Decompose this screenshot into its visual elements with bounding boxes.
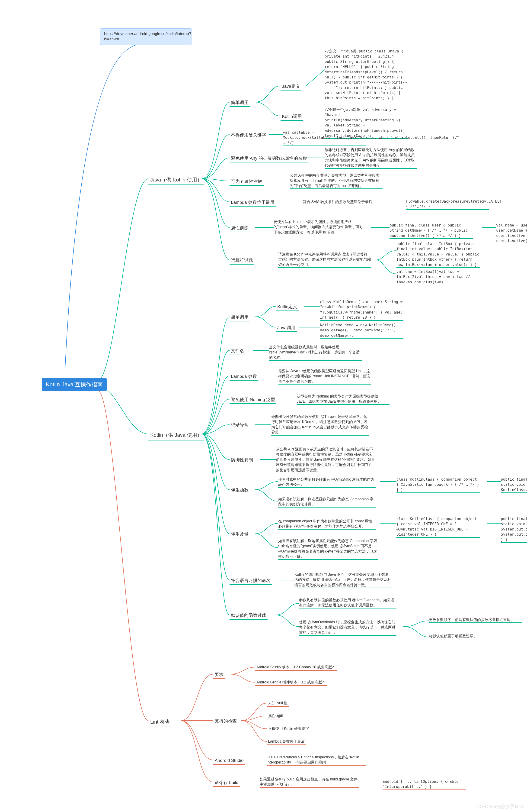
java-prop-prefix-code1: public final class User { public String … xyxy=(390,223,473,239)
branch-lint: Lint 检查 xyxy=(148,717,172,727)
lint-req: 要求 xyxy=(213,671,225,679)
java-null-anno: 可为 null 性注解 xyxy=(229,178,264,186)
mindmap-canvas: .l{fill:none;stroke-width:2} xyxy=(0,0,527,812)
java-avoid-any: 避免使用 Any 的扩展函数或属性的名称 xyxy=(229,155,308,162)
kotlin-companion-fn-desc1: 伴生对象中的公共函数必须带有 @JvmStatic 注解才能作为静态方法公开。 xyxy=(278,477,376,488)
java-def-label: Java定义 xyxy=(281,83,301,90)
kotlin-default-overload-o1: 更改参数顺序，使具有默认值的参数尽量接近末尾。 xyxy=(429,617,522,623)
watermark: CSDN @饭包子Ray xyxy=(477,803,524,810)
kotlin-naming: 符合语言习惯的命名 xyxy=(229,577,272,585)
java-lambda-last: Lambda 参数位于最后 xyxy=(229,199,276,206)
kotlin-def-copy: 防御性复制 xyxy=(229,456,254,464)
kotlin-naming-desc: Kotlin 的调用规范与 Java 不同，这可能会改变您为函数命名的方式。请使… xyxy=(295,572,392,588)
kotlin-exception: 记录异常 xyxy=(229,422,250,429)
kotlin-nothing: 避免使用 Nothing 泛型 xyxy=(229,396,276,404)
lint-check-a: 未知 Null 性 xyxy=(267,700,289,707)
java-call-code: KotlinDemo demo = new KotlinDemo(); demo… xyxy=(320,322,403,338)
branch-java: Java（供 Kotlin 使用） xyxy=(148,175,204,185)
kotlin-def-label: Kotlin定义 xyxy=(276,303,299,311)
lint-android-studio-desc: File > Preferences > Editor > Inspection… xyxy=(267,755,366,766)
lint-check-b: 属性访问 xyxy=(267,713,284,720)
java-op-overload-code2: val one = IntBox(1)val two = IntBox(2)va… xyxy=(396,269,480,285)
lint-cmd-desc: 如果通过命令行 build 启用这些检查，请在 build.gradle 文件中… xyxy=(260,777,359,788)
kotlin-companion-const: 伴生常量 xyxy=(229,531,250,538)
kotlin-lambda: Lambda 参数 xyxy=(229,373,258,381)
kotlin-def-copy-desc: 从公共 API 返回共享或无主的只读集合时，应将其封装在不可修改的容器中或执行防… xyxy=(276,447,376,473)
java-simple-call: 简单调用 xyxy=(229,99,250,107)
kotlin-companion-const-code2: public final class JavaClass { public st… xyxy=(501,516,527,543)
java-op-overload-desc: 请注意在 Kotlin 中允许使用特殊调用点语法（即运算符过载）的方法名称。确保… xyxy=(278,252,371,268)
lint-check-c: 不得使用 Kotlin 硬关键字 xyxy=(267,726,311,732)
connector-lines: .l{fill:none;stroke-width:2} xyxy=(0,0,527,812)
java-prop-prefix-code2: val name = user.name // Invokes user.get… xyxy=(496,223,527,244)
java-avoid-any-desc: 除非绝对必要，否则应避免对方法使用 Any 的扩展函数的名称或对字段使用 Any… xyxy=(325,147,417,169)
kotlin-exception-desc: 会抛出受检异常的函数应使用 @Throws 记录这些异常。运行时异常应记录在 K… xyxy=(271,414,368,436)
kotlin-companion-const-code1: class KotlinClass { companion object { c… xyxy=(396,516,480,538)
java-prop-prefix-desc: 要使方法在 Kotlin 中表示为属性，必须使用严格的"bean"样式的前缀。访… xyxy=(274,219,366,235)
java-call-label: Java调用 xyxy=(276,324,297,332)
kotlin-companion-fn-code2: public final class JavaClass { public st… xyxy=(501,477,527,493)
java-null-anno-desc: 公共 API 中的每个非基元参数类型、返回类型和字段类型都应具有可为 null … xyxy=(290,173,382,189)
kotlin-companion-const-desc1: 在 companion object 中作为有效常量的公开非 const 属性必… xyxy=(278,519,376,530)
lint-cmd: 命令行 build xyxy=(213,779,240,787)
lint-cmd-code: android { ... lintOptions { enable 'Inte… xyxy=(382,779,466,790)
java-hard-keyword: 不得使用硬关键字 xyxy=(229,132,268,139)
lint-check-d: Lambda 参数位于最后 xyxy=(267,738,306,745)
kotlin-companion-fn-code1: class KotlinClass { companion object { @… xyxy=(396,477,480,493)
java-hard-keyword-code: val callable = Mockito.mock(Callable::cl… xyxy=(283,130,366,146)
kotlin-companion-fn: 伴生函数 xyxy=(229,487,250,494)
kotlin-call-label: Kotlin调用 xyxy=(281,113,303,121)
lint-checks: 支持的检查 xyxy=(213,717,238,725)
java-op-overload-code1: public final class IntBox { private fina… xyxy=(396,241,480,268)
kotlin-def-code: class KotlinDemo { var name: String = "n… xyxy=(320,299,403,321)
java-def-code: //定义一个java类 public class Jhava { private… xyxy=(325,49,408,101)
java-op-overload: 运算符过载 xyxy=(229,257,254,264)
kotlin-simple: 简单调用 xyxy=(229,314,250,321)
lint-req-a: Android Studio 版本：3.2 Canary 10 或更高版本 xyxy=(255,664,337,671)
kotlin-default-overload: 默认值的函数过载 xyxy=(229,612,268,620)
root-title: Kotlin-Java 互操作指南 xyxy=(42,378,107,391)
branch-kotlin: Kotlin（供 Java 使用） xyxy=(148,431,204,440)
java-lambda-last-code: Flowable.create(BackpressureStrategy.LAT… xyxy=(406,199,489,210)
java-lambda-last-desc: 符合 SAM 转换条件的参数类型应位于最后 xyxy=(301,199,374,205)
kotlin-file-name: 文件名 xyxy=(229,347,245,355)
source-link-box[interactable]: https://developer.android.google.cn/kotl… xyxy=(100,28,192,45)
kotlin-default-overload-desc2: 使用 @JvmOverloads 时，应检查生成的方法，以确保它们每个都有意义。… xyxy=(299,620,396,636)
kotlin-nothing-desc: 泛型参数为 Nothing 的类型会作为原始类型提供给 Java。原始类型在 J… xyxy=(297,394,390,405)
lint-req-b: Android Gradle 插件版本：3.2 或更高版本 xyxy=(255,679,327,686)
kotlin-default-overload-desc1: 参数具有默认值的函数必须使用 @JvmOverloads。如果没有此注解，则无法… xyxy=(299,598,396,608)
kotlin-default-overload-o2: 将默认值移至手动函数过载。 xyxy=(429,634,522,639)
kotlin-lambda-desc: 需要从 Java 中使用的函数类型应避免返回类型 Unit，这样做要求指定明确的… xyxy=(278,368,371,385)
kotlin-companion-const-desc2: 如果没有该注解，则这些属性只能作为静态 Companion 字段中命名奇怪的"g… xyxy=(278,538,378,560)
kotlin-companion-fn-desc2: 如果没有该注解，则这些函数只能作为静态 Companion 字段中的实例方法使用… xyxy=(278,497,376,508)
kotlin-file-name-desc: 当文件包含顶级函数或属性时，应始终使用 @file:JvmName("Foo")… xyxy=(269,345,362,361)
java-prop-prefix: 属性前缀 xyxy=(229,224,250,232)
lint-android-studio: Android Studio xyxy=(213,757,245,765)
